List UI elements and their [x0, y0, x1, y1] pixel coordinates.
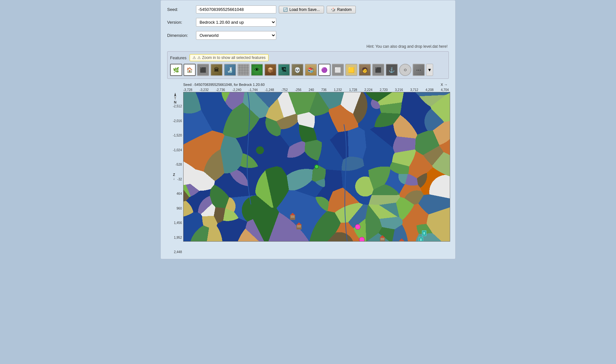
y-tick: 960 — [167, 207, 183, 210]
feature-icon-bookshelf[interactable]: 📚 — [305, 64, 317, 76]
x-tick: 1,232 — [334, 88, 342, 92]
y-tick: -2,512 — [167, 105, 183, 108]
compass-icon — [172, 93, 178, 100]
y-tick: -528 — [167, 163, 183, 166]
load-icon: 🔃 — [283, 7, 288, 12]
zoom-warning-button[interactable]: ⚠ ⚠ Zoom in to show all selected feature… — [190, 54, 268, 61]
x-tick: -1,248 — [265, 88, 274, 92]
feature-icon-chest[interactable]: 📦 — [264, 64, 277, 76]
features-label: Features — [170, 55, 186, 60]
map-header: Seed: -5450708395525661048, for Bedrock … — [167, 82, 449, 88]
x-tick: 3,216 — [395, 88, 403, 92]
features-expand-button[interactable]: ▼ — [426, 64, 433, 76]
features-icons-row: 🌿🏠⬛🏛🍶👁📦🏗💀📚🟣⬜🟨🧑⬛⚓○⋯ ▼ — [170, 64, 446, 76]
hint-text: Hint: You can also drag and drop level.d… — [167, 44, 449, 49]
y-tick: 1,952 — [167, 236, 183, 239]
feature-icon-stone2[interactable]: ⬛ — [372, 64, 384, 76]
x-axis: -3,728-3,232-2,736-2,240-1,744-1,248-752… — [183, 88, 449, 92]
features-header: Features ⚠ ⚠ Zoom in to show all selecte… — [170, 54, 446, 61]
map-with-axes: N -2,512-2,016-1,520-1,024-528-324649601… — [167, 92, 449, 254]
x-tick: 3,712 — [410, 88, 418, 92]
dimension-label: Dimension: — [167, 33, 196, 38]
x-tick: -3,232 — [200, 88, 209, 92]
x-tick: -752 — [281, 88, 288, 92]
x-tick: 736 — [321, 88, 327, 92]
x-tick: 2,224 — [364, 88, 372, 92]
dimension-row: Dimension: Overworld — [167, 31, 449, 40]
page-background: Seed: 🔃 Load from Save... 🎲 Random Versi… — [0, 0, 616, 364]
y-tick: 2,448 — [167, 251, 183, 254]
version-row: Version: Bedrock 1.20.60 and up — [167, 18, 449, 27]
map-x-arrow: X → — [441, 83, 448, 87]
seed-label: Seed: — [167, 7, 196, 12]
feature-icon-anchor[interactable]: ⚓ — [386, 64, 398, 76]
svg-marker-0 — [174, 93, 176, 96]
y-tick: -32 — [167, 178, 183, 181]
feature-icon-village[interactable]: 🏠 — [184, 64, 196, 76]
feature-icon-purple[interactable]: 🟣 — [318, 64, 330, 76]
y-tick: -2,016 — [167, 120, 183, 123]
version-select[interactable]: Bedrock 1.20.60 and up — [196, 18, 276, 27]
warning-icon: ⚠ — [193, 55, 196, 60]
feature-icon-head[interactable]: 💀 — [291, 64, 304, 76]
x-tick: 240 — [309, 88, 314, 92]
map-canvas-wrapper[interactable] — [183, 92, 450, 254]
y-tick: -1,520 — [167, 134, 183, 137]
feature-icon-bottle[interactable]: 🍶 — [224, 64, 236, 76]
feature-icon-eye[interactable]: 👁 — [251, 64, 263, 76]
z-axis-label: Z ↓ — [173, 173, 175, 180]
load-save-button[interactable]: 🔃 Load from Save... — [279, 6, 324, 13]
y-tick: 1,456 — [167, 221, 183, 225]
map-seed-info: Seed: -5450708395525661048, for Bedrock … — [183, 83, 265, 87]
x-tick: 4,704 — [441, 88, 449, 92]
x-tick: -1,744 — [249, 88, 258, 92]
x-tick: 2,720 — [380, 88, 388, 92]
feature-icon-spawn[interactable]: 🌿 — [170, 64, 182, 76]
x-tick: 4,208 — [425, 88, 433, 92]
feature-icon-stronghold[interactable]: ⬛ — [197, 64, 209, 76]
feature-icon-dots[interactable]: ⋯ — [413, 64, 425, 76]
y-tick: 464 — [167, 192, 183, 195]
map-outer: Seed: -5450708395525661048, for Bedrock … — [167, 82, 449, 254]
feature-icon-cobble[interactable]: ⬜ — [332, 64, 344, 76]
version-label: Version: — [167, 20, 196, 25]
feature-icon-teal[interactable]: 🏗 — [278, 64, 290, 76]
x-tick: -256 — [295, 88, 301, 92]
x-tick: -3,728 — [183, 88, 192, 92]
x-tick: 1,728 — [349, 88, 357, 92]
feature-icon-temple[interactable]: 🏛 — [210, 64, 223, 76]
seed-row: Seed: 🔃 Load from Save... 🎲 Random — [167, 5, 449, 13]
feature-icon-moon[interactable]: ○ — [399, 64, 411, 76]
y-tick: -1,024 — [167, 149, 183, 152]
feature-icon-npc[interactable]: 🧑 — [359, 64, 371, 76]
x-tick: -2,736 — [216, 88, 225, 92]
dimension-select[interactable]: Overworld — [196, 31, 276, 40]
compass: N — [167, 92, 183, 105]
random-icon: 🎲 — [331, 7, 336, 12]
y-axis-area: N -2,512-2,016-1,520-1,024-528-324649601… — [167, 92, 183, 254]
seed-input[interactable] — [196, 5, 276, 13]
svg-marker-1 — [174, 96, 176, 100]
features-section: Features ⚠ ⚠ Zoom in to show all selecte… — [167, 51, 449, 79]
x-tick: -2,240 — [232, 88, 241, 92]
feature-icon-sand[interactable]: 🟨 — [345, 64, 357, 76]
random-button[interactable]: 🎲 Random — [327, 6, 356, 13]
biome-map-canvas[interactable] — [183, 92, 450, 242]
feature-icon-cage[interactable] — [237, 64, 250, 76]
y-axis-ticks: -2,512-2,016-1,520-1,024-528-324649601,4… — [167, 105, 183, 254]
